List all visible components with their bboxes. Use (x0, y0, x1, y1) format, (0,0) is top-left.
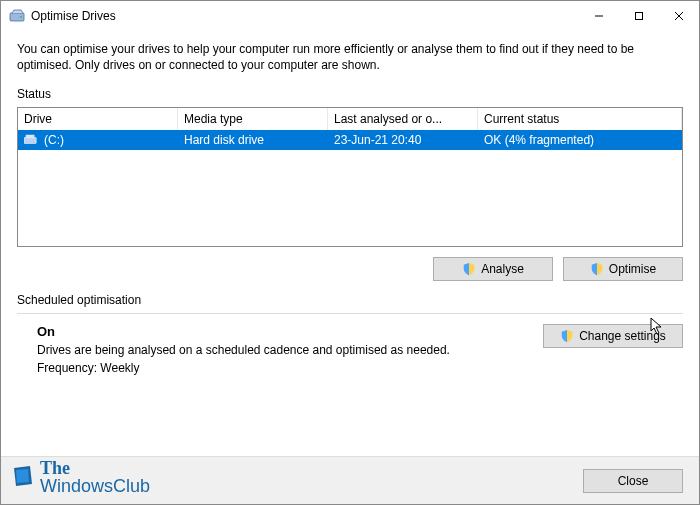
table-row[interactable]: (C:) Hard disk drive 23-Jun-21 20:40 OK … (18, 130, 682, 150)
scheduled-desc: Drives are being analysed on a scheduled… (37, 343, 450, 357)
shield-icon (462, 262, 476, 276)
scheduled-section: On Drives are being analysed on a schedu… (17, 324, 683, 375)
titlebar: Optimise Drives (1, 1, 699, 31)
optimise-button[interactable]: Optimise (563, 257, 683, 281)
col-last[interactable]: Last analysed or o... (328, 108, 478, 130)
shield-icon (560, 329, 574, 343)
scheduled-info: On Drives are being analysed on a schedu… (17, 324, 450, 375)
minimize-button[interactable] (579, 1, 619, 31)
shield-icon (590, 262, 604, 276)
svg-rect-3 (636, 13, 643, 20)
minimize-icon (594, 11, 604, 21)
close-button[interactable]: Close (583, 469, 683, 493)
maximize-button[interactable] (619, 1, 659, 31)
change-settings-button[interactable]: Change settings (543, 324, 683, 348)
col-drive[interactable]: Drive (18, 108, 178, 130)
change-settings-label: Change settings (579, 329, 666, 343)
bottom-bar: Close (1, 456, 699, 504)
cell-last: 23-Jun-21 20:40 (328, 130, 478, 150)
svg-rect-6 (24, 138, 36, 144)
scheduled-state: On (37, 324, 450, 339)
optimise-drives-window: Optimise Drives You can optimise your dr… (0, 0, 700, 505)
intro-text: You can optimise your drives to help you… (17, 41, 683, 73)
drives-table: Drive Media type Last analysed or o... C… (17, 107, 683, 247)
drive-name: (C:) (44, 133, 64, 147)
close-label: Close (618, 474, 649, 488)
analyse-button[interactable]: Analyse (433, 257, 553, 281)
close-window-button[interactable] (659, 1, 699, 31)
svg-point-1 (20, 16, 22, 18)
scheduled-label: Scheduled optimisation (17, 293, 683, 307)
cell-status: OK (4% fragmented) (478, 130, 682, 150)
svg-rect-7 (26, 135, 35, 139)
table-header: Drive Media type Last analysed or o... C… (18, 108, 682, 130)
cell-media: Hard disk drive (178, 130, 328, 150)
maximize-icon (634, 11, 644, 21)
status-buttons: Analyse Optimise (17, 257, 683, 281)
col-media[interactable]: Media type (178, 108, 328, 130)
content-area: You can optimise your drives to help you… (1, 31, 699, 456)
divider (17, 313, 683, 314)
hard-drive-icon (24, 134, 38, 146)
col-status[interactable]: Current status (478, 108, 682, 130)
window-title: Optimise Drives (31, 9, 116, 23)
status-label: Status (17, 87, 683, 101)
cell-drive: (C:) (18, 130, 178, 150)
optimise-label: Optimise (609, 262, 656, 276)
analyse-label: Analyse (481, 262, 524, 276)
scheduled-frequency: Frequency: Weekly (37, 361, 450, 375)
close-icon (674, 11, 684, 21)
drive-app-icon (9, 8, 25, 24)
